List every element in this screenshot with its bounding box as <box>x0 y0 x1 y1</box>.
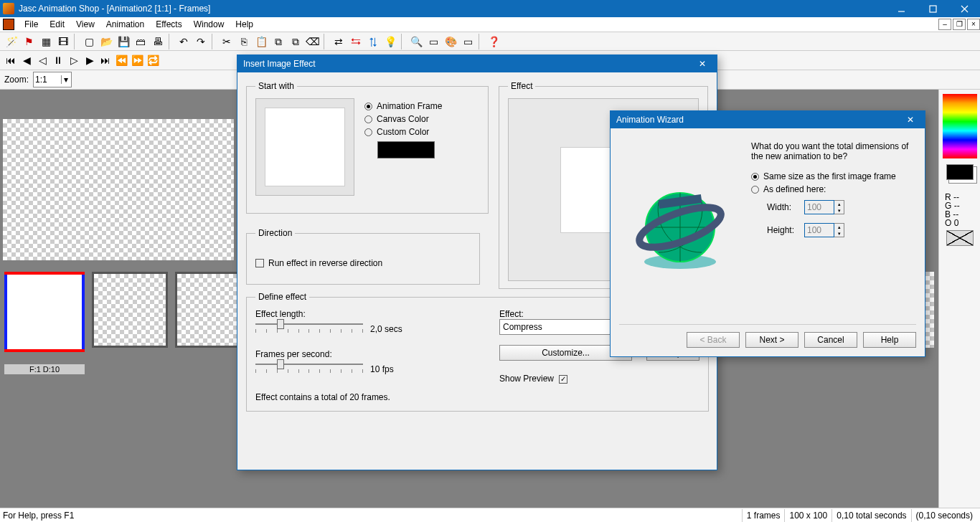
direction-legend: Direction <box>255 228 295 238</box>
flag-icon[interactable]: ⚑ <box>21 34 37 49</box>
open-icon[interactable]: 📂 <box>98 34 114 49</box>
maximize-button[interactable] <box>917 0 948 17</box>
rgb-readout: R -- G -- B -- O 0 <box>942 193 977 227</box>
wizard-graphic <box>619 137 741 317</box>
custom-color-swatch[interactable] <box>377 141 435 158</box>
play-icon[interactable]: ▷ <box>66 52 82 68</box>
paste-into-icon[interactable]: ⧉ <box>270 34 286 49</box>
new-icon[interactable]: ▢ <box>81 34 97 49</box>
first-frame-icon[interactable]: ⏮ <box>3 52 19 68</box>
dialog-title: Insert Image Effect <box>243 59 694 69</box>
wizard-icon[interactable]: 🪄 <box>4 34 19 49</box>
saveall-icon[interactable]: 🗃 <box>133 34 149 49</box>
status-help: For Help, press F1 <box>3 511 742 521</box>
print-icon[interactable]: 🖶 <box>150 34 166 49</box>
prop2-icon[interactable]: ▭ <box>460 34 476 49</box>
toggle1-icon[interactable]: ⇄ <box>331 34 347 49</box>
close-button[interactable] <box>948 0 980 17</box>
wizard-close-icon[interactable]: ✕ <box>902 115 919 125</box>
save-icon[interactable]: 💾 <box>116 34 131 49</box>
dialog-titlebar[interactable]: Insert Image Effect ✕ <box>237 55 717 72</box>
fg-color-swatch[interactable] <box>946 164 974 180</box>
start-preview <box>255 98 354 196</box>
window-title: Jasc Animation Shop - [Animation2 [1:1] … <box>19 4 885 14</box>
width-label: Width: <box>767 202 798 212</box>
app-icon <box>3 3 14 14</box>
prop1-icon[interactable]: ▭ <box>425 34 441 49</box>
wizard-question: What do you want the total dimensions of… <box>751 141 916 161</box>
reverse-checkbox[interactable]: Run effect in reverse direction <box>255 258 471 268</box>
next-button[interactable]: Next > <box>745 332 798 348</box>
menu-help[interactable]: Help <box>230 17 259 32</box>
start-with-legend: Start with <box>255 81 297 91</box>
paste-icon[interactable]: 📋 <box>253 34 269 49</box>
undo-icon[interactable]: ↶ <box>176 34 192 49</box>
pause-icon[interactable]: ⏸ <box>50 52 66 68</box>
color-spectrum[interactable] <box>943 94 977 158</box>
main-toolbar: 🪄 ⚑ ▦ 🎞 ▢ 📂 💾 🗃 🖶 ↶ ↷ ✂ ⎘ 📋 ⧉ ⧉ ⌫ ⇄ ⮀ ⮁ … <box>0 32 980 51</box>
frames-icon[interactable]: ▦ <box>38 34 54 49</box>
step-back-icon[interactable]: ⏪ <box>113 52 129 68</box>
cancel-button[interactable]: Cancel <box>804 332 857 348</box>
show-preview-checkbox[interactable] <box>559 375 567 384</box>
palette-icon[interactable]: 🎨 <box>443 34 458 49</box>
next-frame-icon[interactable]: ▶ <box>82 52 98 68</box>
color-panel: R -- G -- B -- O 0 <box>938 90 980 508</box>
menu-effects[interactable]: Effects <box>150 17 187 32</box>
radio-same-size[interactable]: Same size as the first image frame <box>751 171 916 181</box>
height-input[interactable]: ▴▾ <box>804 223 844 237</box>
flip-icon[interactable]: ⮁ <box>365 34 381 49</box>
dialog-close-icon[interactable]: ✕ <box>694 59 711 69</box>
film-icon[interactable]: 🎞 <box>55 34 71 49</box>
menu-animation[interactable]: Animation <box>100 17 150 32</box>
cut-icon[interactable]: ✂ <box>219 34 235 49</box>
play-back-icon[interactable]: ◁ <box>34 52 50 68</box>
menu-file[interactable]: File <box>19 17 44 32</box>
zoom-value: 1:1 <box>35 75 47 85</box>
wizard-help-button[interactable]: Help <box>863 332 916 348</box>
delete-icon[interactable]: ⌫ <box>305 34 321 49</box>
wizard-titlebar[interactable]: Animation Wizard ✕ <box>611 111 925 128</box>
zoom-select[interactable]: 1:1 ▾ <box>33 72 72 87</box>
radio-canvas-color[interactable]: Canvas Color <box>364 114 442 124</box>
frame-1[interactable] <box>4 272 85 352</box>
status-frames: 1 frames <box>742 509 785 522</box>
frame-slot-2[interactable] <box>92 272 168 348</box>
last-frame-icon[interactable]: ⏭ <box>98 52 113 68</box>
status-size: 100 x 100 <box>784 509 831 522</box>
bulb-icon[interactable]: 💡 <box>382 34 398 49</box>
titlebar: Jasc Animation Shop - [Animation2 [1:1] … <box>0 0 980 17</box>
status-seconds: (0,10 seconds) <box>911 509 977 522</box>
menu-edit[interactable]: Edit <box>44 17 70 32</box>
loop-icon[interactable]: 🔁 <box>145 52 161 68</box>
paste-after-icon[interactable]: ⧉ <box>288 34 303 49</box>
step-fwd-icon[interactable]: ⏩ <box>129 52 145 68</box>
status-total: 0,10 total seconds <box>831 509 910 522</box>
redo-icon[interactable]: ↷ <box>193 34 209 49</box>
fps-slider[interactable] <box>255 359 363 379</box>
copy-icon[interactable]: ⎘ <box>236 34 252 49</box>
mdi-restore[interactable]: ❐ <box>953 19 966 30</box>
fps-value: 10 fps <box>370 364 394 374</box>
zoom-tool-icon[interactable]: 🔍 <box>408 34 424 49</box>
menu-window[interactable]: Window <box>188 17 230 32</box>
animation-wizard-dialog: Animation Wizard ✕ What do you want the … <box>610 110 925 357</box>
help-icon[interactable]: ❓ <box>486 34 501 49</box>
svg-rect-0 <box>930 6 936 12</box>
radio-defined-here[interactable]: As defined here: <box>751 184 916 194</box>
mdi-close[interactable]: × <box>967 19 980 30</box>
effect-preview-legend: Effect <box>508 81 535 91</box>
mirror-icon[interactable]: ⮀ <box>348 34 364 49</box>
no-color-swatch[interactable] <box>946 230 974 246</box>
menu-view[interactable]: View <box>70 17 100 32</box>
minimize-button[interactable] <box>885 0 917 17</box>
radio-custom-color[interactable]: Custom Color <box>364 127 442 137</box>
radio-animation-frame[interactable]: Animation Frame <box>364 101 442 111</box>
width-input[interactable]: ▴▾ <box>804 200 844 214</box>
show-preview-label: Show Preview <box>499 374 554 384</box>
prev-frame-icon[interactable]: ◀ <box>19 52 34 68</box>
mdi-minimize[interactable]: – <box>938 19 951 30</box>
fps-label: Frames per second: <box>255 349 471 359</box>
canvas-checker[interactable] <box>3 119 234 260</box>
effect-length-slider[interactable] <box>255 319 363 339</box>
